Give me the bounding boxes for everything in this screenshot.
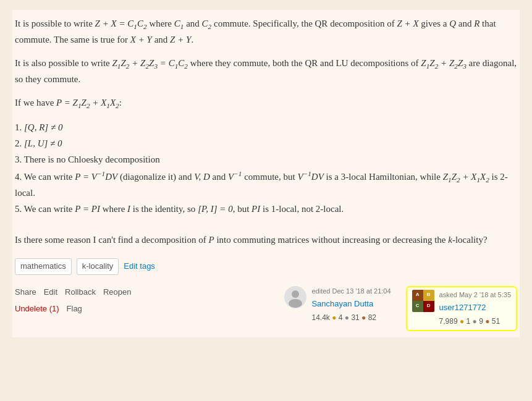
- paragraph-1: It is possible to write Z + X = C1C2 whe…: [15, 16, 517, 47]
- tag-mathematics[interactable]: mathematics: [15, 258, 72, 275]
- asked-user-avatar: A B C D: [412, 290, 434, 312]
- edited-meta: edited Dec 13 '18 at 21:04: [311, 286, 391, 297]
- asked-meta: asked May 2 '18 at 5:35: [439, 290, 511, 301]
- asked-user-rep: 7,989 ● 1 ● 9 ● 51: [439, 316, 511, 327]
- edit-tags-link[interactable]: Edit tags: [124, 260, 155, 273]
- footer-row: Share Edit Rollback Reopen Undelete (1) …: [15, 286, 517, 332]
- edit-link[interactable]: Edit: [44, 286, 57, 299]
- edited-user-rep: 14.4k ● 4 ● 31 ● 82: [311, 312, 391, 324]
- edited-user-card: edited Dec 13 '18 at 21:04 Sanchayan Dut…: [284, 286, 391, 324]
- svg-point-1: [292, 290, 299, 298]
- paragraph-2: It is also possible to write Z1Z2 + Z2Z3…: [15, 56, 517, 87]
- footer-right: edited Dec 13 '18 at 21:04 Sanchayan Dut…: [284, 286, 517, 332]
- svg-point-2: [289, 299, 302, 308]
- list: 1. [Q, R] ≠ 0 2. [L, U] ≠ 0 3. There is …: [15, 120, 517, 216]
- rollback-link[interactable]: Rollback: [65, 286, 96, 299]
- tags-row: mathematics k-locality Edit tags: [15, 258, 517, 275]
- asked-user-card: A B C D asked May 2 '18 at 5:35 user1271…: [406, 286, 517, 332]
- edited-user-info: edited Dec 13 '18 at 21:04 Sanchayan Dut…: [311, 286, 391, 324]
- reopen-link[interactable]: Reopen: [103, 286, 132, 299]
- question-paragraph: Is there some reason I can't find a deco…: [15, 232, 517, 247]
- list-item-3: 3. There is no Chloesky decomposition: [15, 152, 517, 167]
- asked-user-info: asked May 2 '18 at 5:35 user1271772 7,98…: [439, 290, 511, 328]
- list-item-1: 1. [Q, R] ≠ 0: [15, 120, 517, 135]
- list-item-5: 5. We can write P = PI where I is the id…: [15, 201, 517, 216]
- undelete-link[interactable]: Undelete (1): [15, 303, 59, 316]
- edited-user-avatar: [284, 286, 306, 308]
- share-link[interactable]: Share: [15, 286, 36, 299]
- list-item-4: 4. We can write P = V−1DV (diagonalize i…: [15, 168, 517, 200]
- paragraph-3-intro: If we have P = Z1Z2 + X1X2:: [15, 95, 517, 111]
- list-item-2: 2. [L, U] ≠ 0: [15, 136, 517, 151]
- footer-links: Share Edit Rollback Reopen: [15, 286, 132, 299]
- asked-user-name[interactable]: user1271772: [439, 302, 511, 314]
- tag-k-locality[interactable]: k-locality: [77, 258, 119, 275]
- footer-left: Share Edit Rollback Reopen Undelete (1) …: [15, 286, 132, 316]
- main-content: It is possible to write Z + X = C1C2 whe…: [12, 10, 520, 337]
- flag-link[interactable]: Flag: [67, 303, 82, 316]
- edited-user-name[interactable]: Sanchayan Dutta: [311, 298, 391, 311]
